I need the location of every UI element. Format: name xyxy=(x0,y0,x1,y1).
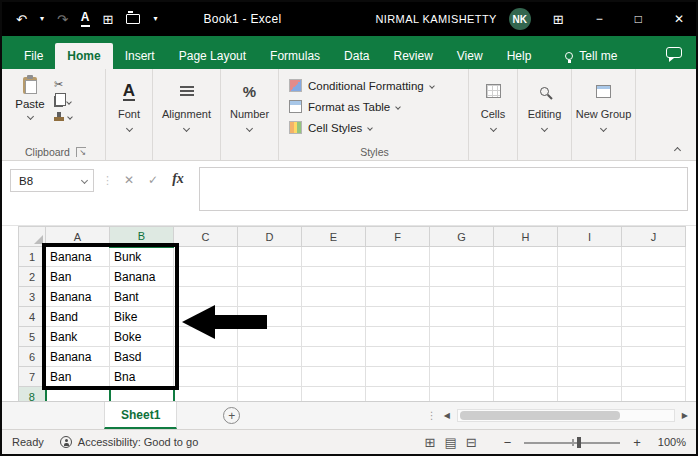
cell-I8[interactable] xyxy=(558,387,622,402)
cell-E2[interactable] xyxy=(302,267,366,287)
cell-E7[interactable] xyxy=(302,367,366,387)
select-all-button[interactable] xyxy=(19,227,46,247)
qat-customize-icon[interactable]: ▾ xyxy=(153,15,157,23)
cell-J8[interactable] xyxy=(622,387,686,402)
tab-formulas[interactable]: Formulas xyxy=(258,43,332,69)
add-sheet-button[interactable]: + xyxy=(223,407,240,424)
dialog-launcher-icon[interactable]: ↘ xyxy=(76,147,86,157)
cancel-icon[interactable]: ✕ xyxy=(124,174,134,186)
cell-J7[interactable] xyxy=(622,367,686,387)
cell-H8[interactable] xyxy=(494,387,558,402)
row-header-4[interactable]: 4 xyxy=(19,307,46,327)
cell-F4[interactable] xyxy=(366,307,430,327)
cell-J6[interactable] xyxy=(622,347,686,367)
font-group-button[interactable]: A Font xyxy=(106,69,153,160)
row-header-1[interactable]: 1 xyxy=(19,247,46,267)
tab-file[interactable]: File xyxy=(12,43,55,69)
zoom-slider[interactable] xyxy=(524,436,620,449)
cell-E3[interactable] xyxy=(302,287,366,307)
zoom-slider-thumb[interactable] xyxy=(577,437,581,448)
cell-G5[interactable] xyxy=(430,327,494,347)
close-button[interactable]: ✕ xyxy=(674,13,684,25)
cell-B4[interactable]: Bike xyxy=(110,307,174,327)
row-header-2[interactable]: 2 xyxy=(19,267,46,287)
cell-A6[interactable]: Banana xyxy=(46,347,110,367)
cell-D1[interactable] xyxy=(238,247,302,267)
cell-F7[interactable] xyxy=(366,367,430,387)
cell-I3[interactable] xyxy=(558,287,622,307)
table-icon[interactable]: ⊞ xyxy=(103,13,114,26)
cell-A4[interactable]: Band xyxy=(46,307,110,327)
scrollbar-thumb[interactable] xyxy=(460,411,620,420)
cell-C1[interactable] xyxy=(174,247,238,267)
cell-D5[interactable] xyxy=(238,327,302,347)
cell-J2[interactable] xyxy=(622,267,686,287)
cell-B3[interactable]: Bant xyxy=(110,287,174,307)
row-header-7[interactable]: 7 xyxy=(19,367,46,387)
format-as-table-button[interactable]: Format as Table xyxy=(289,96,460,117)
tab-home[interactable]: Home xyxy=(55,43,112,69)
cell-C4[interactable] xyxy=(174,307,238,327)
format-painter-button[interactable] xyxy=(54,113,72,121)
ribbon-display-options-icon[interactable]: ⊞ xyxy=(553,13,564,26)
cell-C7[interactable] xyxy=(174,367,238,387)
column-header-C[interactable]: C xyxy=(174,227,238,247)
tab-insert[interactable]: Insert xyxy=(113,43,167,69)
undo-dropdown-icon[interactable]: ▾ xyxy=(40,15,44,23)
cell-F5[interactable] xyxy=(366,327,430,347)
number-group-button[interactable]: % Number xyxy=(221,69,279,160)
tab-view[interactable]: View xyxy=(445,43,495,69)
scroll-left-icon[interactable]: ◀ xyxy=(444,412,450,420)
cell-F2[interactable] xyxy=(366,267,430,287)
minimize-button[interactable]: − xyxy=(596,13,603,25)
scroll-right-icon[interactable]: ▶ xyxy=(682,412,688,420)
column-header-H[interactable]: H xyxy=(494,227,558,247)
cell-G4[interactable] xyxy=(430,307,494,327)
undo-icon[interactable]: ↶ xyxy=(16,13,27,26)
alignment-group-button[interactable]: Alignment xyxy=(153,69,221,160)
cell-D2[interactable] xyxy=(238,267,302,287)
zoom-out-button[interactable]: − xyxy=(502,436,514,449)
cut-button[interactable]: ✂ xyxy=(54,79,63,90)
cell-A3[interactable]: Banana xyxy=(46,287,110,307)
horizontal-scrollbar[interactable] xyxy=(457,409,675,422)
cell-B5[interactable]: Boke xyxy=(110,327,174,347)
cell-H2[interactable] xyxy=(494,267,558,287)
cell-B2[interactable]: Banana xyxy=(110,267,174,287)
cells-group-button[interactable]: Cells xyxy=(469,69,518,160)
cell-G6[interactable] xyxy=(430,347,494,367)
maximize-button[interactable]: □ xyxy=(635,13,642,25)
cell-F8[interactable] xyxy=(366,387,430,402)
zoom-in-button[interactable]: + xyxy=(631,436,643,449)
paste-button[interactable]: Paste xyxy=(6,77,54,143)
cell-D4[interactable] xyxy=(238,307,302,327)
cell-E5[interactable] xyxy=(302,327,366,347)
tab-page-layout[interactable]: Page Layout xyxy=(167,43,258,69)
column-header-I[interactable]: I xyxy=(558,227,622,247)
cell-E6[interactable] xyxy=(302,347,366,367)
cell-I4[interactable] xyxy=(558,307,622,327)
row-header-3[interactable]: 3 xyxy=(19,287,46,307)
cell-B6[interactable]: Basd xyxy=(110,347,174,367)
cell-D8[interactable] xyxy=(238,387,302,402)
cell-A7[interactable]: Ban xyxy=(46,367,110,387)
cell-H3[interactable] xyxy=(494,287,558,307)
column-header-G[interactable]: G xyxy=(430,227,494,247)
tell-me-button[interactable]: Tell me xyxy=(555,43,627,69)
zoom-level[interactable]: 100% xyxy=(658,436,686,448)
formula-input[interactable] xyxy=(199,167,688,211)
row-header-5[interactable]: 5 xyxy=(19,327,46,347)
column-header-D[interactable]: D xyxy=(238,227,302,247)
column-header-J[interactable]: J xyxy=(622,227,686,247)
cell-I7[interactable] xyxy=(558,367,622,387)
cell-J3[interactable] xyxy=(622,287,686,307)
cell-B7[interactable]: Bna xyxy=(110,367,174,387)
cell-I5[interactable] xyxy=(558,327,622,347)
tab-help[interactable]: Help xyxy=(495,43,544,69)
sheet-tab-sheet1[interactable]: Sheet1 xyxy=(104,402,177,429)
cell-H7[interactable] xyxy=(494,367,558,387)
cell-A2[interactable]: Ban xyxy=(46,267,110,287)
underline-icon[interactable]: A xyxy=(81,11,90,26)
comment-icon[interactable] xyxy=(666,47,682,58)
column-header-F[interactable]: F xyxy=(366,227,430,247)
